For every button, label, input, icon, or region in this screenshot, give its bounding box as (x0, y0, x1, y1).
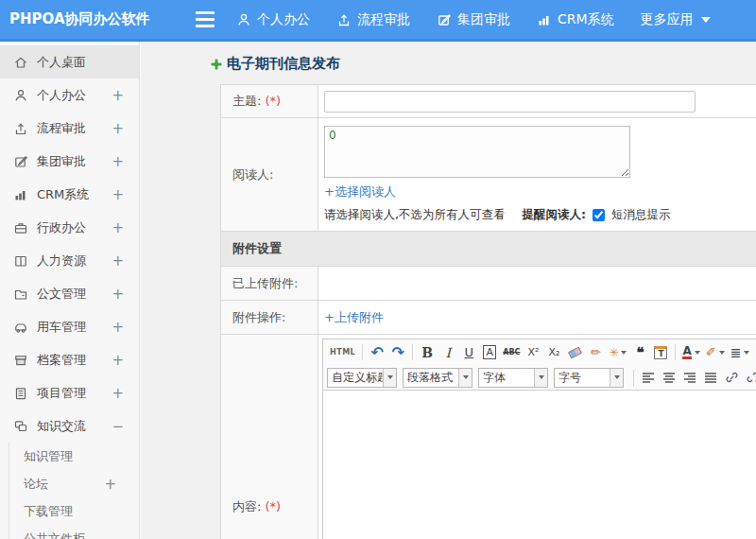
sidebar-item-personal-desktop[interactable]: 个人桌面 (0, 45, 139, 78)
remove-format-button[interactable] (564, 342, 585, 363)
car-icon (13, 320, 28, 335)
phpoa-app: { "header": { "app_title": "PHPOA协同办公软件"… (0, 0, 756, 539)
publish-form: 主题: (*) 阅读人: 0 +选择阅读人 请选择阅读人,不选为所有人可查看 提… (220, 84, 756, 539)
flow-icon (13, 121, 28, 136)
font-size-select[interactable]: 字号 (554, 368, 624, 388)
top-header: PHPOA协同办公软件 个人办公 流程审批 (0, 0, 756, 42)
subject-input[interactable] (324, 91, 696, 113)
hamburger-menu-icon[interactable] (196, 11, 215, 27)
rich-text-editor: HTML ↶ ↷ B I U A ABC X² X₂ ✏ (322, 339, 756, 539)
custom-title-select[interactable]: 自定义标题 (327, 368, 397, 388)
app-logo: PHPOA协同办公软件 (9, 0, 150, 39)
superscript-button[interactable]: X² (523, 342, 543, 363)
link-button[interactable] (721, 367, 742, 388)
choose-readers-link[interactable]: +选择阅读人 (324, 184, 396, 199)
underline-button[interactable]: U (458, 342, 479, 363)
attachment-actions-label: 附件操作: (221, 301, 318, 335)
subscript-button[interactable]: X₂ (543, 342, 564, 363)
undo-button[interactable]: ↶ (367, 342, 387, 363)
nav-crm-system[interactable]: CRM系统 (537, 11, 614, 28)
align-center-button[interactable] (659, 367, 679, 388)
caret-down-icon (695, 351, 700, 355)
caret-down-icon (458, 369, 472, 387)
chart-icon (537, 12, 552, 27)
sidebar-item-personal-office[interactable]: 个人办公 + (0, 78, 139, 112)
redo-button[interactable]: ↷ (387, 342, 408, 363)
sms-remind-label: 短消息提示 (611, 207, 671, 223)
format-painter-button[interactable]: ✏ (585, 342, 606, 363)
font-family-select[interactable]: 字体 (478, 368, 548, 388)
sidebar-item-group-approval[interactable]: 集团审批 + (0, 145, 139, 178)
clipboard-icon (13, 386, 28, 401)
sidebar-item-project-management[interactable]: 项目管理 + (0, 376, 139, 409)
sms-remind-checkbox[interactable] (593, 209, 605, 221)
unlink-icon (746, 371, 756, 384)
sidebar: 个人桌面 个人办公 + 流程审批 + 集团审批 + (0, 42, 140, 539)
sidebar-item-human-resources[interactable]: 人力资源 + (0, 244, 139, 277)
sidebar-item-admin-office[interactable]: 行政办公 + (0, 211, 139, 244)
upload-attachment-link[interactable]: +上传附件 (324, 310, 384, 324)
required-mark: (*) (266, 499, 282, 513)
sidebar-item-document-management[interactable]: 公文管理 + (0, 277, 139, 310)
nav-group-approval[interactable]: 集团审批 (437, 11, 510, 28)
paragraph-format-select[interactable]: 段落格式 (403, 368, 472, 388)
align-center-icon (662, 372, 676, 383)
font-color-button[interactable]: A (679, 342, 702, 363)
flow-icon (336, 12, 352, 27)
justify-button[interactable] (700, 367, 721, 388)
add-plus-icon (210, 58, 223, 71)
caret-down-icon (621, 351, 627, 355)
ordered-list-button[interactable]: ≣ (728, 342, 753, 363)
unlink-button[interactable] (742, 367, 756, 388)
font-border-button[interactable]: A (479, 342, 500, 363)
italic-button[interactable]: I (438, 342, 458, 363)
chat-icon (13, 419, 28, 434)
editor-toolbar-row1: HTML ↶ ↷ B I U A ABC X² X₂ ✏ (323, 339, 756, 365)
person-icon (13, 88, 28, 103)
edit-icon (13, 154, 28, 169)
align-right-button[interactable] (679, 367, 700, 388)
uploaded-attachments-value (318, 267, 756, 301)
caret-down-icon (383, 369, 396, 387)
content-label: 内容: (*) (221, 335, 318, 539)
bold-button[interactable]: B (417, 342, 438, 363)
page-title: 电子期刊信息发布 (210, 55, 756, 73)
required-mark: (*) (266, 94, 282, 108)
sidebar-item-archive-management[interactable]: 档案管理 + (0, 343, 139, 376)
sidebar-subitem-knowledge-management[interactable]: 知识管理 (9, 443, 139, 470)
link-icon (725, 371, 739, 384)
sidebar-subitem-download-management[interactable]: 下载管理 (9, 497, 139, 525)
nav-more-apps[interactable]: 更多应用 (641, 11, 711, 28)
blockquote-button[interactable]: ❝ (629, 342, 650, 363)
uploaded-attachments-row: 已上传附件: (221, 267, 756, 301)
main-content: 电子期刊信息发布 主题: (*) 阅读人: 0 +选择阅读人 (141, 42, 756, 539)
attachments-section-title: 附件设置 (221, 232, 756, 267)
nav-workflow-approval[interactable]: 流程审批 (336, 11, 410, 28)
paste-text-button[interactable]: T (650, 342, 671, 363)
strikethrough-button[interactable]: ABC (500, 342, 523, 363)
nav-personal-office[interactable]: 个人办公 (236, 11, 310, 28)
content-row: 内容: (*) HTML ↶ ↷ B I U A (221, 335, 756, 539)
unordered-list-button[interactable]: ≣ (752, 342, 756, 363)
sidebar-item-knowledge-exchange[interactable]: 知识交流 − (0, 409, 139, 443)
sidebar-submenu-knowledge: 知识管理 论坛 + 下载管理 公共文件柜 (9, 443, 139, 539)
background-color-button[interactable]: ✐ (703, 342, 728, 363)
caret-down-icon (534, 369, 547, 387)
source-code-button[interactable]: HTML (327, 342, 358, 363)
eraser-icon (568, 346, 582, 358)
chart-icon (13, 187, 28, 202)
subject-row: 主题: (*) (221, 85, 756, 118)
sidebar-subitem-forum[interactable]: 论坛 + (9, 470, 139, 497)
sidebar-item-crm-system[interactable]: CRM系统 + (0, 178, 139, 211)
align-left-icon (642, 372, 655, 383)
align-left-button[interactable] (638, 367, 659, 388)
editor-content-area[interactable] (323, 391, 756, 539)
readers-row: 阅读人: 0 +选择阅读人 请选择阅读人,不选为所有人可查看 提醒阅读人: 短消… (221, 118, 756, 232)
readers-textarea[interactable]: 0 (324, 126, 630, 178)
book-icon (13, 253, 28, 269)
sidebar-subitem-public-file-cabinet[interactable]: 公共文件柜 (9, 525, 139, 539)
sidebar-item-workflow-approval[interactable]: 流程审批 + (0, 112, 139, 145)
sidebar-item-vehicle-management[interactable]: 用车管理 + (0, 310, 139, 343)
caret-down-icon (701, 17, 711, 23)
auto-typeset-button[interactable]: ✳ (606, 342, 629, 363)
